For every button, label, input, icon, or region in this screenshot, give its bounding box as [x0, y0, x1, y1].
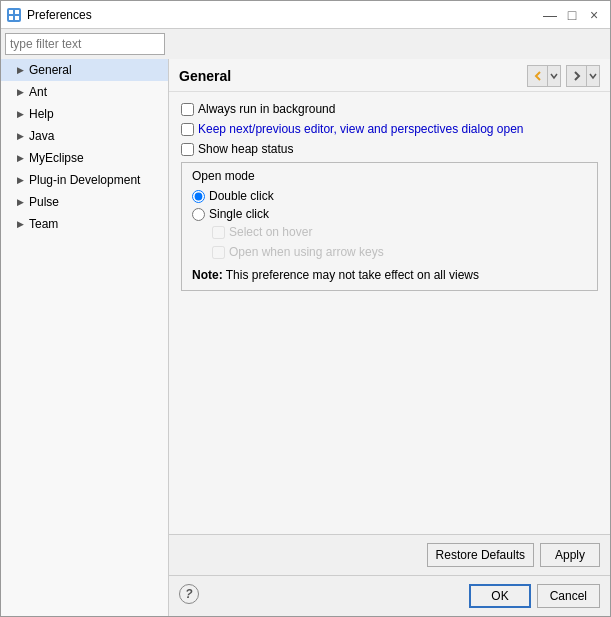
- svg-rect-3: [15, 16, 19, 20]
- arrow-icon: ▶: [15, 65, 25, 75]
- ok-button[interactable]: OK: [469, 584, 530, 608]
- arrow-icon: ▶: [15, 197, 25, 207]
- select-on-hover-row: Select on hover: [212, 225, 587, 239]
- open-arrow-keys-checkbox[interactable]: [212, 246, 225, 259]
- sidebar-item-team[interactable]: ▶ Team: [1, 213, 168, 235]
- sidebar-label-general: General: [29, 63, 72, 77]
- content-header: General: [169, 59, 610, 92]
- cancel-button[interactable]: Cancel: [537, 584, 600, 608]
- forward-button[interactable]: [567, 66, 587, 86]
- window-title: Preferences: [27, 8, 92, 22]
- back-dropdown-button[interactable]: [548, 66, 560, 86]
- single-click-radio[interactable]: [192, 208, 205, 221]
- sidebar-label-help: Help: [29, 107, 54, 121]
- help-button[interactable]: ?: [179, 584, 199, 604]
- svg-rect-0: [9, 10, 13, 14]
- svg-rect-1: [15, 10, 19, 14]
- svg-rect-2: [9, 16, 13, 20]
- apply-button[interactable]: Apply: [540, 543, 600, 567]
- arrow-icon: ▶: [15, 109, 25, 119]
- always-run-checkbox[interactable]: [181, 103, 194, 116]
- forward-nav-group: [566, 65, 600, 87]
- filter-input[interactable]: [5, 33, 165, 55]
- arrow-icon: ▶: [15, 175, 25, 185]
- note-text: This preference may not take effect on a…: [223, 268, 479, 282]
- open-arrow-keys-row: Open when using arrow keys: [212, 245, 587, 259]
- sidebar-item-ant[interactable]: ▶ Ant: [1, 81, 168, 103]
- radio-single-click-row: Single click: [192, 207, 587, 221]
- always-run-label: Always run in background: [198, 102, 335, 116]
- content-panel: General: [169, 59, 610, 616]
- show-heap-checkbox[interactable]: [181, 143, 194, 156]
- minimize-button[interactable]: —: [540, 5, 560, 25]
- content-body: Always run in background Keep next/previ…: [169, 92, 610, 534]
- keep-next-checkbox[interactable]: [181, 123, 194, 136]
- sidebar-item-pulse[interactable]: ▶ Pulse: [1, 191, 168, 213]
- sidebar: ▶ General ▶ Ant ▶ Help ▶ Java ▶ MyEclips…: [1, 59, 169, 616]
- single-click-label: Single click: [209, 207, 269, 221]
- checkbox-show-heap: Show heap status: [181, 142, 598, 156]
- back-nav-group: [527, 65, 561, 87]
- main-content: ▶ General ▶ Ant ▶ Help ▶ Java ▶ MyEclips…: [1, 59, 610, 616]
- open-arrow-keys-label: Open when using arrow keys: [229, 245, 384, 259]
- sidebar-label-pulse: Pulse: [29, 195, 59, 209]
- sidebar-item-java[interactable]: ▶ Java: [1, 125, 168, 147]
- window-icon: [7, 8, 21, 22]
- sidebar-item-myeclipse[interactable]: ▶ MyEclipse: [1, 147, 168, 169]
- radio-double-click-row: Double click: [192, 189, 587, 203]
- select-on-hover-checkbox[interactable]: [212, 226, 225, 239]
- select-on-hover-label: Select on hover: [229, 225, 312, 239]
- forward-dropdown-button[interactable]: [587, 66, 599, 86]
- title-bar: Preferences — □ ×: [1, 1, 610, 29]
- dialog-buttons-row: ? OK Cancel: [169, 575, 610, 616]
- double-click-label: Double click: [209, 189, 274, 203]
- filter-bar: [1, 29, 610, 59]
- arrow-icon: ▶: [15, 87, 25, 97]
- sub-options: Select on hover Open when using arrow ke…: [212, 225, 587, 259]
- content-title: General: [179, 68, 231, 84]
- sidebar-label-myeclipse: MyEclipse: [29, 151, 84, 165]
- restore-defaults-button[interactable]: Restore Defaults: [427, 543, 534, 567]
- arrow-icon: ▶: [15, 153, 25, 163]
- sidebar-label-plugin: Plug-in Development: [29, 173, 140, 187]
- sidebar-item-general[interactable]: ▶ General: [1, 59, 168, 81]
- arrow-icon: ▶: [15, 131, 25, 141]
- keep-next-label: Keep next/previous editor, view and pers…: [198, 122, 524, 136]
- show-heap-label: Show heap status: [198, 142, 293, 156]
- sidebar-label-ant: Ant: [29, 85, 47, 99]
- checkbox-keep-next: Keep next/previous editor, view and pers…: [181, 122, 598, 136]
- note-bold-text: Note:: [192, 268, 223, 282]
- sidebar-item-plugin-dev[interactable]: ▶ Plug-in Development: [1, 169, 168, 191]
- double-click-radio[interactable]: [192, 190, 205, 203]
- bottom-bar: Restore Defaults Apply: [169, 534, 610, 575]
- sidebar-label-team: Team: [29, 217, 58, 231]
- sidebar-label-java: Java: [29, 129, 54, 143]
- arrow-icon: ▶: [15, 219, 25, 229]
- maximize-button[interactable]: □: [562, 5, 582, 25]
- close-button[interactable]: ×: [584, 5, 604, 25]
- sidebar-item-help[interactable]: ▶ Help: [1, 103, 168, 125]
- checkbox-always-run: Always run in background: [181, 102, 598, 116]
- open-mode-title: Open mode: [192, 169, 587, 183]
- note-row: Note: This preference may not take effec…: [192, 267, 587, 284]
- preferences-window: Preferences — □ × ▶ General ▶ Ant ▶ Help: [0, 0, 611, 617]
- open-mode-section: Open mode Double click Single click Sele…: [181, 162, 598, 291]
- back-button[interactable]: [528, 66, 548, 86]
